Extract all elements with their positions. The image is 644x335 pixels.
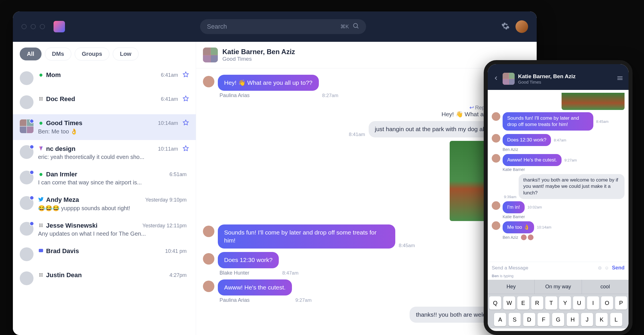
mobile-message-row: Awww! He's the cutest. 9:27am Katie Barn… [492, 154, 625, 172]
conversation-avatar [20, 145, 33, 159]
keyboard-key[interactable]: R [531, 296, 543, 310]
sender-name: Katie Barner [503, 167, 525, 172]
minimize-window-icon[interactable] [31, 24, 36, 29]
filter-all[interactable]: All [20, 48, 42, 60]
conversation-item[interactable]: Justin Dean 4:27pm [13, 266, 196, 290]
message-time: 10:14am [537, 225, 552, 229]
mobile-chat-avatar[interactable] [503, 73, 515, 85]
emoji-icon[interactable]: ☺ [605, 265, 609, 271]
settings-button[interactable] [501, 22, 510, 31]
attachment-icon[interactable]: ⊝ [598, 265, 602, 271]
message-time: 8:47am [554, 138, 566, 142]
star-icon[interactable] [183, 95, 189, 103]
svg-rect-6 [39, 98, 40, 99]
keyboard-key[interactable]: G [552, 313, 564, 326]
search-input[interactable]: Search ⌘K [200, 19, 366, 34]
network-icon [38, 96, 44, 103]
keyboard-key[interactable]: I [587, 296, 599, 310]
conversation-item[interactable]: nc design 10:11am eric: yeah theoretical… [13, 140, 196, 165]
star-icon[interactable] [183, 119, 189, 127]
chat-avatar[interactable] [203, 48, 218, 62]
conversation-item[interactable]: Doc Reed 6:41am [13, 90, 196, 114]
message-bubble[interactable]: Sounds fun! I'll come by later and drop … [218, 224, 395, 249]
app-logo-icon[interactable] [54, 21, 65, 32]
conversation-item[interactable]: Andy Meza Yesterday 9:10pm 😂😂😂 yupppp so… [13, 191, 196, 217]
keyboard-key[interactable]: T [545, 296, 557, 310]
conversation-item[interactable]: Brad Davis 10:41 pm [13, 242, 196, 266]
mobile-chat-subtitle: Good Times [518, 80, 613, 84]
conversation-avatar [20, 171, 33, 184]
filter-groups[interactable]: Groups [75, 48, 109, 60]
message-bubble[interactable]: Hey! 👋 What are you all up to?? [218, 75, 319, 91]
keyboard-suggestion[interactable]: On my way [535, 280, 582, 294]
conversation-item[interactable]: Jesse Wisnewski Yesterday 12:11pm Any up… [13, 217, 196, 242]
reactions[interactable] [521, 234, 534, 240]
keyboard-key[interactable]: J [581, 313, 593, 326]
message-row: thanks!! you both are welcome to come l [203, 307, 530, 323]
keyboard-key[interactable]: S [509, 313, 521, 326]
keyboard-key[interactable]: P [615, 296, 627, 310]
close-window-icon[interactable] [21, 24, 27, 29]
keyboard-key[interactable]: A [494, 313, 506, 326]
message-bubble[interactable]: Sounds fun! I'll come by later and drop … [503, 112, 593, 131]
svg-rect-18 [39, 225, 40, 226]
sender-name: Ben Aziz [503, 235, 518, 240]
back-button[interactable] [493, 75, 499, 82]
filter-low[interactable]: Low [113, 48, 139, 60]
conversation-item[interactable]: ● Dan Irmler 6:51am I can come that way … [13, 165, 196, 191]
send-button[interactable]: Send [612, 265, 625, 271]
conversation-item[interactable]: ● Good Times 10:14am Ben: Me too 👌 [13, 114, 196, 140]
keyboard-key[interactable]: E [517, 296, 529, 310]
conversation-preview: 😂😂😂 yupppp sounds about right! [38, 205, 189, 212]
conversation-item[interactable]: ● Mom 6:41am [13, 66, 196, 90]
svg-rect-24 [39, 249, 43, 252]
user-avatar[interactable] [515, 20, 528, 33]
unread-indicator [29, 170, 34, 175]
message-bubble[interactable]: I'm in! [503, 201, 525, 213]
conversation-time: 10:11am [158, 146, 178, 152]
keyboard-key[interactable]: H [567, 313, 579, 326]
message-bubble[interactable]: Awww! He's the cutest. [218, 279, 292, 295]
conversation-time: 4:27pm [169, 272, 187, 278]
message-bubble[interactable]: thanks!! you both are welcome to come by… [519, 174, 625, 199]
keyboard-suggestion[interactable]: cool [582, 280, 629, 294]
message-bubble[interactable]: Awww! He's the cutest. [503, 154, 562, 166]
unread-indicator [29, 145, 34, 149]
svg-rect-19 [41, 225, 42, 226]
svg-rect-8 [42, 98, 43, 99]
mobile-device: Katie Barner, Ben Aziz Good Times Sounds… [484, 60, 633, 335]
keyboard-key[interactable]: U [573, 296, 585, 310]
filter-dms[interactable]: DMs [45, 48, 71, 60]
message-time: 8:47am [282, 270, 299, 276]
search-icon [352, 22, 359, 31]
star-icon[interactable] [183, 145, 189, 153]
keyboard-key[interactable]: K [596, 313, 608, 326]
svg-rect-25 [39, 273, 40, 274]
svg-marker-2 [183, 72, 188, 77]
maximize-window-icon[interactable] [40, 24, 45, 29]
message-bubble[interactable]: Does 12:30 work? [503, 134, 551, 146]
conversation-time: Yesterday 12:11pm [143, 223, 187, 229]
mobile-message-row: Does 12:30 work? 8:47am Ben Aziz [492, 134, 625, 152]
keyboard-key[interactable]: Y [559, 296, 571, 310]
message-bubble[interactable]: Me too 👌 [503, 221, 534, 233]
image-attachment[interactable] [562, 93, 625, 110]
menu-button[interactable] [617, 75, 623, 83]
keyboard-key[interactable]: L [610, 313, 622, 326]
keyboard-key[interactable]: O [601, 296, 613, 310]
message-input[interactable]: Send a Message [492, 265, 595, 271]
conversation-name: Jesse Wisnewski [46, 222, 98, 229]
keyboard-key[interactable]: D [523, 313, 535, 326]
keyboard-key[interactable]: F [538, 313, 550, 326]
message-time: 8:27am [322, 93, 339, 98]
sidebar: AllDMsGroupsLow ● Mom 6:41am Doc Reed 6:… [13, 42, 196, 335]
conversation-avatar [20, 119, 33, 133]
star-icon[interactable] [183, 71, 189, 79]
keyboard-key[interactable]: Q [489, 296, 501, 310]
message-bubble[interactable]: Does 12:30 work? [218, 252, 279, 268]
keyboard-suggestion[interactable]: Hey [488, 280, 535, 294]
conversation-time: 10:14am [158, 120, 178, 126]
keyboard-key[interactable]: W [503, 296, 515, 310]
conversation-preview: Ben: Me too 👌 [38, 128, 189, 135]
mobile-message-row: Sounds fun! I'll come by later and drop … [492, 112, 625, 132]
